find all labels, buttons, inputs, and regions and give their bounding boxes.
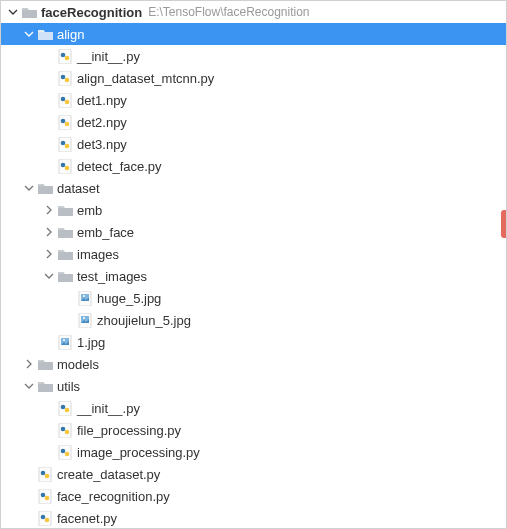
chevron-spacer — [41, 444, 57, 460]
svg-point-29 — [65, 407, 70, 412]
tree-item-label: det1.npy — [77, 93, 127, 108]
tree-item[interactable]: align_dataset_mtcnn.py — [1, 67, 506, 89]
svg-rect-12 — [59, 137, 71, 152]
svg-point-44 — [45, 517, 50, 522]
svg-point-31 — [61, 426, 66, 431]
tree-item-label: det2.npy — [77, 115, 127, 130]
svg-point-32 — [65, 429, 70, 434]
tree-item[interactable]: models — [1, 353, 506, 375]
side-notch — [501, 210, 506, 238]
tree-item[interactable]: det3.npy — [1, 133, 506, 155]
folder-icon — [57, 268, 73, 284]
tree-item-label: facenet.py — [57, 511, 117, 526]
svg-point-4 — [61, 74, 66, 79]
svg-point-8 — [65, 99, 70, 104]
python-file-icon — [57, 422, 73, 438]
svg-rect-39 — [39, 489, 51, 504]
tree-item[interactable]: dataset — [1, 177, 506, 199]
tree-item-label: huge_5.jpg — [97, 291, 161, 306]
folder-icon — [21, 4, 37, 20]
tree-item[interactable]: test_images — [1, 265, 506, 287]
tree-item[interactable]: image_processing.py — [1, 441, 506, 463]
python-file-icon — [37, 510, 53, 526]
tree-item[interactable]: utils — [1, 375, 506, 397]
tree-item[interactable]: file_processing.py — [1, 419, 506, 441]
file-tree: align__init__.pyalign_dataset_mtcnn.pyde… — [1, 23, 506, 529]
svg-point-7 — [61, 96, 66, 101]
python-file-icon — [57, 136, 73, 152]
chevron-right-icon[interactable] — [21, 356, 37, 372]
tree-item[interactable]: face_recognition.py — [1, 485, 506, 507]
tree-item[interactable]: images — [1, 243, 506, 265]
chevron-down-icon[interactable] — [21, 378, 37, 394]
python-file-icon — [57, 400, 73, 416]
svg-point-1 — [61, 52, 66, 57]
tree-item-label: image_processing.py — [77, 445, 200, 460]
chevron-right-icon[interactable] — [41, 246, 57, 262]
chevron-spacer — [61, 290, 77, 306]
svg-point-40 — [41, 492, 46, 497]
tree-item[interactable]: 1.jpg — [1, 331, 506, 353]
tree-item[interactable]: det1.npy — [1, 89, 506, 111]
tree-item[interactable]: det2.npy — [1, 111, 506, 133]
image-file-icon — [57, 334, 73, 350]
svg-point-37 — [41, 470, 46, 475]
tree-item[interactable]: emb_face — [1, 221, 506, 243]
svg-point-10 — [61, 118, 66, 123]
python-file-icon — [57, 70, 73, 86]
chevron-spacer — [41, 422, 57, 438]
tree-item-label: test_images — [77, 269, 147, 284]
chevron-spacer — [61, 312, 77, 328]
svg-point-35 — [65, 451, 70, 456]
project-name: faceRecognition — [41, 5, 142, 20]
tree-item[interactable]: huge_5.jpg — [1, 287, 506, 309]
svg-point-11 — [65, 121, 70, 126]
svg-point-34 — [61, 448, 66, 453]
tree-item-label: models — [57, 357, 99, 372]
svg-rect-42 — [39, 511, 51, 526]
chevron-down-icon[interactable] — [21, 180, 37, 196]
svg-point-17 — [65, 165, 70, 170]
svg-point-13 — [61, 140, 66, 145]
svg-rect-27 — [59, 401, 71, 416]
chevron-down-icon[interactable] — [21, 26, 37, 42]
python-file-icon — [57, 48, 73, 64]
svg-rect-15 — [59, 159, 71, 174]
tree-item[interactable]: __init__.py — [1, 397, 506, 419]
chevron-spacer — [41, 334, 57, 350]
python-file-icon — [57, 92, 73, 108]
python-file-icon — [57, 444, 73, 460]
tree-item-label: utils — [57, 379, 80, 394]
tree-item-label: __init__.py — [77, 49, 140, 64]
tree-item-label: emb — [77, 203, 102, 218]
tree-item[interactable]: detect_face.py — [1, 155, 506, 177]
chevron-spacer — [41, 114, 57, 130]
svg-point-20 — [83, 295, 85, 297]
tree-item[interactable]: zhoujielun_5.jpg — [1, 309, 506, 331]
svg-point-16 — [61, 162, 66, 167]
chevron-down-icon[interactable] — [5, 4, 21, 20]
tree-item[interactable]: emb — [1, 199, 506, 221]
tree-item-label: 1.jpg — [77, 335, 105, 350]
tree-item-label: file_processing.py — [77, 423, 181, 438]
svg-point-14 — [65, 143, 70, 148]
chevron-right-icon[interactable] — [41, 224, 57, 240]
python-file-icon — [37, 488, 53, 504]
svg-point-5 — [65, 77, 70, 82]
chevron-down-icon[interactable] — [41, 268, 57, 284]
tree-item-label: dataset — [57, 181, 100, 196]
svg-point-28 — [61, 404, 66, 409]
tree-item[interactable]: align — [1, 23, 506, 45]
folder-icon — [37, 356, 53, 372]
chevron-spacer — [21, 466, 37, 482]
chevron-right-icon[interactable] — [41, 202, 57, 218]
tree-item[interactable]: facenet.py — [1, 507, 506, 529]
chevron-spacer — [21, 510, 37, 526]
svg-point-41 — [45, 495, 50, 500]
tree-item[interactable]: __init__.py — [1, 45, 506, 67]
svg-point-2 — [65, 55, 70, 60]
svg-rect-30 — [59, 423, 71, 438]
tree-item[interactable]: create_dataset.py — [1, 463, 506, 485]
folder-icon — [37, 180, 53, 196]
folder-icon — [57, 246, 73, 262]
